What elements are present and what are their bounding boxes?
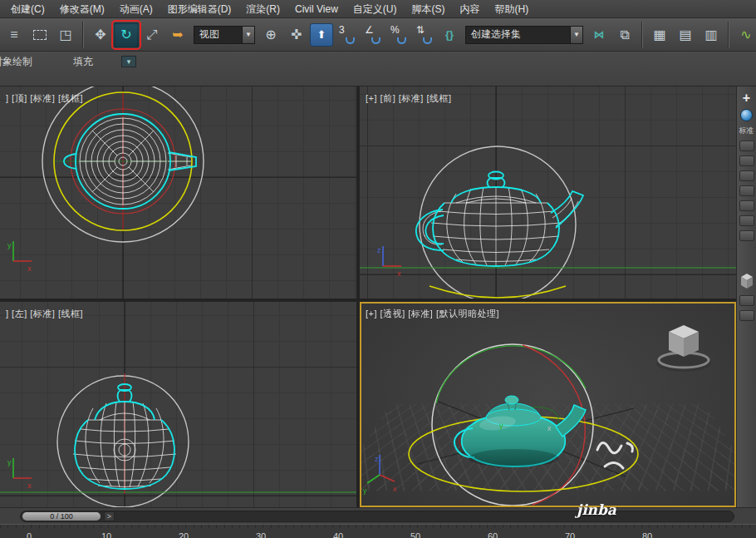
viewport-left-label[interactable]: ] [左] [标准] [线框]: [6, 308, 83, 320]
geometry-category-icon[interactable]: [740, 109, 753, 121]
dropdown-caret-icon[interactable]: ▼: [242, 27, 254, 43]
magnet-shape: [346, 37, 355, 44]
named-selection-set-dropdown[interactable]: 创建选择集 ▼: [465, 26, 583, 44]
spinner-snap-icon[interactable]: ⇅: [411, 22, 436, 47]
window-crossing-icon[interactable]: ◳: [53, 22, 78, 47]
viewport-front[interactable]: [+] [前] [标准] [线框]: [360, 86, 736, 299]
angle-snap-icon[interactable]: ∠: [360, 22, 385, 47]
scene-explorer-icon[interactable]: ≡: [2, 22, 27, 47]
svg-text:x: x: [547, 424, 552, 432]
time-slider: 0 / 100 >: [0, 507, 756, 524]
ruler-tick-label: 10: [98, 531, 115, 538]
percent-snap-icon[interactable]: %: [385, 22, 410, 47]
svg-text:z: z: [375, 455, 379, 463]
align-icon[interactable]: ⧉: [612, 22, 637, 47]
menu-create[interactable]: 创建(C): [3, 0, 52, 18]
rotate-gizmo[interactable]: [0, 373, 356, 507]
ribbon-toggle-icon[interactable]: ▥: [699, 22, 724, 47]
main-toolbar: ≡ ◳ ✥ ↻ ⤢ ➥ 视图 ▼ ⊕ ✜ ⬆ 3 ∠ % ⇅ {}: [0, 18, 756, 52]
object-type-icon[interactable]: [739, 271, 755, 291]
menu-scripting[interactable]: 脚本(S): [404, 0, 452, 18]
time-slider-track[interactable]: 0 / 100 >: [20, 511, 734, 522]
menu-content[interactable]: 内容: [452, 0, 487, 18]
viewport-top-label[interactable]: ] [顶] [标准] [线框]: [6, 92, 83, 105]
layer-manager-icon[interactable]: ▤: [673, 22, 698, 47]
ruler-tick-label: 60: [484, 531, 501, 538]
teapot-shaded[interactable]: y x: [454, 396, 586, 467]
viewport-front-scene: z x: [360, 86, 736, 299]
scene-explorer-table-icon[interactable]: ▦: [647, 22, 672, 47]
rollout-bar[interactable]: [739, 230, 754, 241]
viewcube[interactable]: [656, 325, 711, 372]
rotate-gizmo[interactable]: [360, 146, 736, 299]
time-slider-handle[interactable]: 0 / 100: [22, 512, 101, 521]
world-axis-tripod: y x: [7, 241, 32, 273]
teapot-wireframe[interactable]: [80, 118, 191, 205]
viewport-perspective-scene: y x z: [360, 302, 736, 507]
rollout-bar[interactable]: [739, 295, 754, 306]
select-and-rotate-icon[interactable]: ↻: [114, 22, 139, 47]
create-tab-icon[interactable]: +: [743, 91, 750, 105]
magnet-shape: [371, 37, 380, 44]
toolbar-separator: [726, 22, 731, 48]
angle-snap-label: ∠: [365, 24, 374, 36]
rollout-bar[interactable]: [739, 185, 754, 196]
menu-civil-view[interactable]: Civil View: [287, 0, 346, 18]
named-selection-set-value: 创建选择集: [466, 27, 570, 42]
menu-graph-editors[interactable]: 图形编辑器(D): [160, 0, 239, 18]
viewport-top-scene: y x: [0, 86, 356, 299]
world-axis-tripod: z x: [377, 246, 401, 278]
svg-text:x: x: [397, 269, 401, 278]
viewport-top[interactable]: ] [顶] [标准] [线框]: [0, 86, 356, 299]
rotate-gizmo[interactable]: [42, 86, 204, 242]
rollout-bar[interactable]: [739, 200, 754, 211]
viewport-front-label[interactable]: [+] [前] [标准] [线框]: [366, 92, 452, 105]
teapot-wireframe[interactable]: [73, 402, 176, 488]
menu-help[interactable]: 帮助(H): [487, 0, 536, 18]
object-paint-label[interactable]: 对象绘制: [0, 55, 32, 69]
dashed-rect-shape: [33, 30, 47, 40]
menu-modifiers[interactable]: 修改器(M): [52, 0, 112, 18]
3dsmax-window: 创建(C) 修改器(M) 动画(A) 图形编辑器(D) 渲染(R) Civil …: [0, 0, 756, 538]
use-pivot-center-icon[interactable]: ⊕: [258, 22, 283, 47]
viewport-perspective-label[interactable]: [+] [透视] [标准] [默认明暗处理]: [366, 308, 499, 320]
paint-dropdown-icon[interactable]: ▾: [121, 56, 136, 67]
ruler-tick-label: 70: [562, 531, 578, 538]
rollout-bar[interactable]: [739, 215, 754, 226]
menu-bar: 创建(C) 修改器(M) 动画(A) 图形编辑器(D) 渲染(R) Civil …: [0, 0, 756, 18]
curve-editor-icon[interactable]: ∿: [734, 22, 756, 47]
menu-customize[interactable]: 自定义(U): [346, 0, 405, 18]
selection-region-icon[interactable]: [27, 22, 52, 47]
menu-animation[interactable]: 动画(A): [112, 0, 160, 18]
fill-label[interactable]: 填充: [73, 55, 93, 69]
rollout-bar[interactable]: [739, 310, 754, 321]
rollout-bar[interactable]: [739, 170, 754, 181]
world-axis-tripod: z x y: [363, 455, 397, 495]
reference-coordinate-value: 视图: [194, 27, 242, 42]
viewport-area: ] [顶] [标准] [线框]: [0, 86, 756, 507]
select-and-manipulate-icon[interactable]: ✜: [284, 22, 309, 47]
dropdown-caret-icon[interactable]: ▼: [570, 27, 582, 43]
watermark-scribble: [597, 442, 632, 468]
next-frame-button[interactable]: >: [104, 511, 115, 521]
ruler-tick-label: 40: [330, 531, 346, 538]
select-and-move-icon[interactable]: ✥: [88, 22, 113, 47]
mini-cube-icon: [739, 271, 755, 291]
viewport-left[interactable]: ] [左] [标准] [线框]: [0, 302, 356, 507]
rollout-bar[interactable]: [739, 155, 754, 166]
select-and-place-icon[interactable]: ➥: [165, 22, 190, 47]
snap-toggle-3d-icon[interactable]: 3: [334, 22, 359, 47]
viewport-perspective[interactable]: [+] [透视] [标准] [默认明暗处理]: [360, 302, 736, 507]
menu-rendering[interactable]: 渲染(R): [238, 0, 287, 18]
svg-text:x: x: [27, 264, 32, 273]
select-and-scale-icon[interactable]: ⤢: [140, 22, 164, 47]
svg-text:x: x: [393, 485, 397, 493]
command-panel-collapsed[interactable]: + 标准: [736, 86, 756, 507]
keyboard-override-icon[interactable]: ⬆: [310, 23, 333, 47]
teapot-selection-outline: [416, 172, 583, 267]
track-bar[interactable]: 0 10 20 30 40 50 60 70 80: [0, 524, 756, 538]
edit-named-selection-icon[interactable]: {}: [437, 22, 462, 47]
mirror-icon[interactable]: ⋈: [587, 22, 611, 47]
rollout-bar[interactable]: [739, 141, 754, 151]
reference-coordinate-dropdown[interactable]: 视图 ▼: [194, 26, 255, 44]
